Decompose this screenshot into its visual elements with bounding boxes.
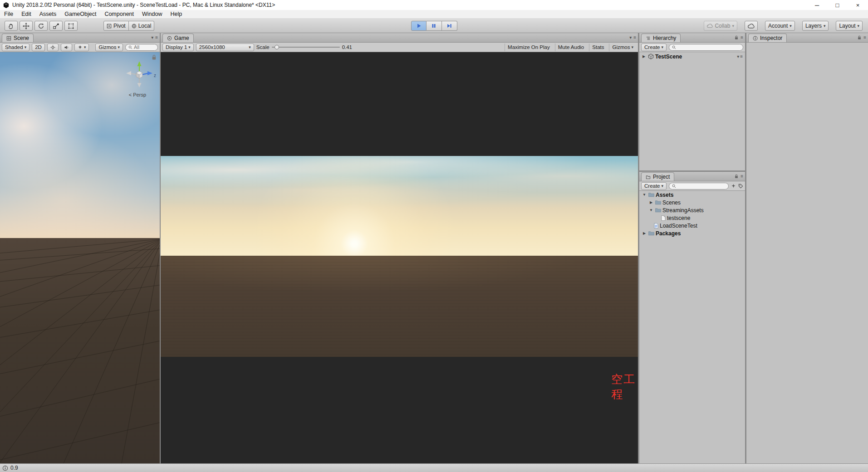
- project-search-field[interactable]: [669, 183, 729, 190]
- game-gizmos-label: Gizmos: [612, 44, 630, 50]
- tab-hierarchy[interactable]: Hierarchy: [641, 34, 681, 42]
- folder-icon: [648, 192, 654, 197]
- menu-edit[interactable]: Edit: [17, 11, 35, 17]
- account-dropdown[interactable]: Account ▾: [765, 21, 795, 31]
- tree-row-streamingassets[interactable]: ▼ StreamingAssets: [639, 206, 745, 214]
- main-toolbar: Pivot Local: [0, 19, 868, 33]
- foldout-icon[interactable]: ▶: [648, 200, 654, 204]
- hierarchy-create-dropdown[interactable]: Create ▾: [641, 44, 667, 51]
- hierarchy-panel-corner[interactable]: ≡: [734, 35, 743, 40]
- game-gizmos-dropdown[interactable]: Gizmos ▾: [609, 44, 636, 51]
- tab-scene[interactable]: Scene: [2, 34, 34, 42]
- cloud-button[interactable]: [745, 21, 758, 31]
- dropdown-caret-icon: ▾: [732, 24, 734, 28]
- local-toggle-button[interactable]: Local: [129, 21, 155, 31]
- maximize-button[interactable]: □: [827, 0, 848, 10]
- move-tool-button[interactable]: [20, 21, 33, 31]
- dropdown-caret-icon: ▾: [857, 24, 859, 28]
- effects-icon: [78, 45, 83, 50]
- rotate-tool-icon: [38, 23, 44, 29]
- pause-button[interactable]: [427, 21, 442, 31]
- shading-mode-dropdown[interactable]: Shaded ▾: [2, 44, 29, 51]
- menu-gameobject[interactable]: GameObject: [60, 11, 100, 17]
- minimize-button[interactable]: ─: [807, 0, 827, 10]
- game-panel-corner[interactable]: ▾ ≡: [629, 35, 636, 40]
- play-button[interactable]: [411, 21, 427, 31]
- rect-tool-icon: [68, 23, 74, 29]
- inspector-body: [746, 43, 868, 463]
- menu-assets[interactable]: Assets: [35, 11, 61, 17]
- scene-search-field[interactable]: All: [125, 44, 158, 51]
- lock-icon: [857, 35, 862, 40]
- step-button[interactable]: [442, 21, 457, 31]
- panel-menu-icon: ≡: [633, 35, 636, 40]
- tab-game[interactable]: Game: [162, 34, 194, 42]
- display-dropdown[interactable]: Display 1 ▾: [162, 44, 194, 51]
- dropdown-caret-icon: ▾: [790, 24, 792, 28]
- orientation-gizmo[interactable]: [123, 58, 156, 91]
- collab-button[interactable]: Collab ▾: [704, 21, 737, 31]
- pivot-toggle-button[interactable]: Pivot: [103, 21, 129, 31]
- search-by-label-icon[interactable]: [738, 184, 743, 189]
- tab-project[interactable]: Project: [641, 172, 674, 181]
- menu-file[interactable]: File: [0, 11, 17, 17]
- collab-label: Collab: [715, 23, 730, 29]
- scale-tool-button[interactable]: [49, 21, 63, 31]
- hierarchy-search-field[interactable]: [669, 44, 743, 51]
- project-tree: ▼ Assets ▶ Scenes ▼ StreamingAssets: [639, 191, 745, 463]
- panel-caret-icon: ▾: [629, 35, 632, 40]
- foldout-icon[interactable]: ▼: [648, 208, 654, 212]
- layers-dropdown[interactable]: Layers ▾: [802, 21, 829, 31]
- foldout-icon[interactable]: ▶: [642, 231, 647, 235]
- scene-gizmos-dropdown[interactable]: Gizmos ▾: [95, 44, 123, 51]
- 2d-toggle-button[interactable]: 2D: [32, 44, 45, 51]
- scene-viewport[interactable]: z < Persp: [0, 52, 160, 463]
- tree-row-assets[interactable]: ▼ Assets: [639, 191, 745, 199]
- scene-effects-dropdown[interactable]: ▾: [74, 44, 89, 51]
- scene-lighting-toggle[interactable]: [47, 44, 59, 51]
- foldout-icon[interactable]: ▼: [642, 193, 647, 197]
- inspector-panel-corner[interactable]: ≡: [857, 35, 866, 40]
- menu-help[interactable]: Help: [166, 11, 186, 17]
- tab-inspector[interactable]: Inspector: [748, 34, 787, 42]
- panel-menu-icon: ≡: [740, 35, 743, 40]
- lock-icon: [734, 174, 739, 179]
- game-viewport[interactable]: 空工程: [161, 52, 638, 463]
- hand-tool-button[interactable]: [5, 21, 18, 31]
- menu-window[interactable]: Window: [138, 11, 166, 17]
- layout-dropdown[interactable]: Layout ▾: [836, 21, 863, 31]
- tree-row-loadscenetest[interactable]: LoadSceneTest: [639, 222, 745, 229]
- game-tab-icon: [167, 36, 172, 41]
- rotate-tool-button[interactable]: [34, 21, 48, 31]
- scene-row-menu[interactable]: ▾ ≡: [737, 54, 745, 59]
- scene-tabbar: Scene ▾ ≡: [0, 33, 160, 43]
- close-button[interactable]: ×: [848, 0, 868, 10]
- tree-row-scenes[interactable]: ▶ Scenes: [639, 199, 745, 206]
- game-ground: [161, 256, 638, 357]
- tree-row-packages[interactable]: ▶ Packages: [639, 229, 745, 237]
- tree-row-testscene[interactable]: testscene: [639, 214, 745, 222]
- scale-slider[interactable]: [272, 44, 340, 50]
- resolution-dropdown[interactable]: 2560x1080 ▾: [196, 44, 254, 51]
- statusbar[interactable]: 0.9: [0, 463, 868, 472]
- window-titlebar: Unity 2018.2.0f2 Personal (64bit) - Test…: [0, 0, 868, 10]
- rect-tool-button[interactable]: [64, 21, 78, 31]
- project-panel-corner[interactable]: ≡: [734, 174, 743, 179]
- scale-slider-thumb[interactable]: [275, 45, 279, 49]
- stats-toggle[interactable]: Stats: [589, 44, 607, 51]
- mute-audio-toggle[interactable]: Mute Audio: [555, 44, 587, 51]
- hierarchy-scene-row[interactable]: ▶ TestScene ▾ ≡: [639, 52, 745, 61]
- project-tabbar: Project ≡: [639, 172, 745, 181]
- pivot-local-toggles: Pivot Local: [103, 21, 154, 31]
- scene-panel-corner[interactable]: ▾ ≡: [151, 35, 158, 40]
- window-title: Unity 2018.2.0f2 Personal (64bit) - Test…: [12, 2, 275, 8]
- persp-label[interactable]: < Persp: [129, 92, 146, 97]
- menu-component[interactable]: Component: [100, 11, 138, 17]
- search-by-type-icon[interactable]: [731, 184, 736, 189]
- foldout-icon[interactable]: ▶: [641, 54, 647, 58]
- maximize-on-play-toggle[interactable]: Maximize On Play: [505, 44, 553, 51]
- scene-audio-toggle[interactable]: [61, 44, 72, 51]
- project-create-dropdown[interactable]: Create ▾: [641, 182, 667, 190]
- hierarchy-toolbar: Create ▾: [639, 43, 745, 52]
- resolution-label: 2560x1080: [199, 44, 225, 50]
